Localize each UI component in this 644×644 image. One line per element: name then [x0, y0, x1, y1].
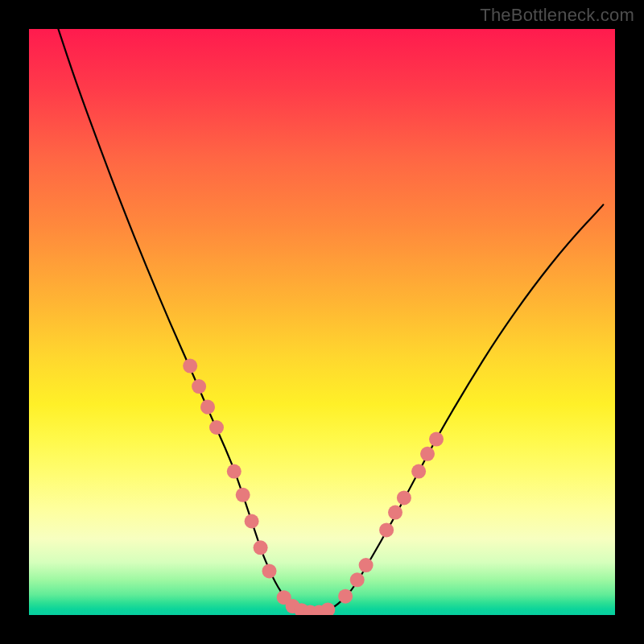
data-marker [209, 420, 224, 435]
data-marker [245, 514, 259, 529]
watermark-text: TheBottleneck.com [480, 5, 634, 26]
data-marker [200, 400, 215, 415]
data-marker [397, 490, 411, 505]
data-marker [236, 488, 250, 502]
data-marker [350, 572, 365, 587]
data-marker [359, 558, 374, 572]
bottleneck-curve [58, 29, 603, 612]
data-marker [227, 464, 242, 479]
chart-svg [29, 29, 615, 615]
data-marker [429, 432, 444, 447]
marker-group [183, 359, 444, 615]
data-marker [183, 359, 197, 374]
data-marker [254, 540, 268, 555]
data-marker [379, 522, 394, 537]
data-marker [388, 506, 402, 520]
data-marker [262, 564, 277, 578]
data-marker [411, 464, 426, 479]
chart-frame: TheBottleneck.com [0, 0, 644, 644]
data-marker [338, 589, 353, 604]
plot-area [29, 29, 615, 615]
data-marker [420, 447, 435, 461]
data-marker [320, 602, 335, 615]
data-marker [192, 379, 206, 394]
